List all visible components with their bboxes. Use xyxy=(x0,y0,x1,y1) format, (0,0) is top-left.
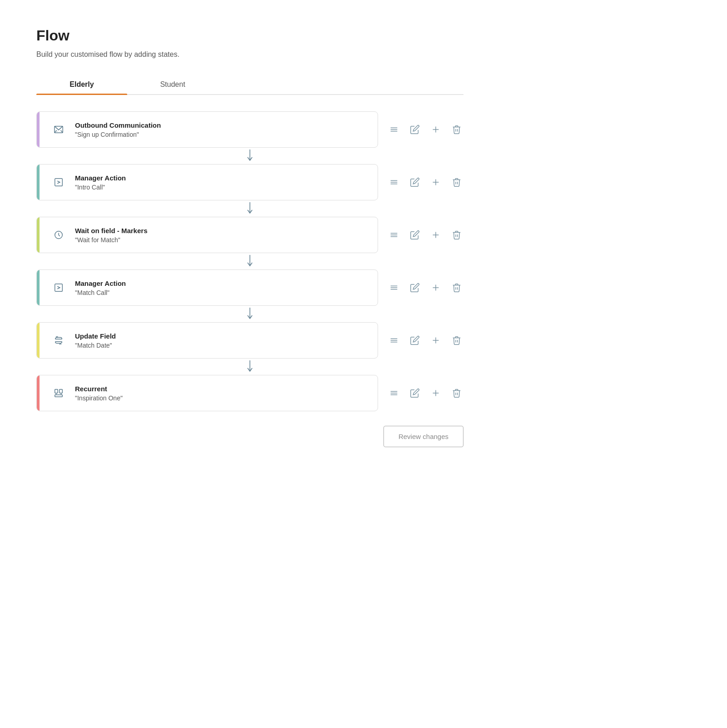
card-subtitle: "Inspiration One" xyxy=(75,394,123,402)
page-subtitle: Build your customised flow by adding sta… xyxy=(36,50,463,59)
flow-card-item-3: Wait on field - Markers "Wait for Match" xyxy=(36,217,378,253)
card-actions xyxy=(387,175,463,189)
reorder-button[interactable] xyxy=(387,175,401,189)
card-actions xyxy=(387,386,463,400)
card-subtitle: "Sign up Confirmation" xyxy=(75,131,161,138)
flow-item-row-item-6: Recurrent "Inspiration One" xyxy=(36,375,463,411)
card-content: Outbound Communication "Sign up Confirma… xyxy=(75,121,161,138)
arrow-connector-5 xyxy=(36,359,463,375)
svg-rect-43 xyxy=(55,395,63,397)
card-actions xyxy=(387,281,463,294)
reorder-button[interactable] xyxy=(387,386,401,400)
svg-rect-42 xyxy=(60,389,62,393)
delete-button[interactable] xyxy=(450,228,463,242)
add-button[interactable] xyxy=(429,334,443,347)
tab-student[interactable]: Student xyxy=(127,75,218,94)
card-content: Manager Action "Intro Call" xyxy=(75,174,126,191)
edit-button[interactable] xyxy=(408,175,422,189)
card-icon-action xyxy=(50,279,67,296)
add-button[interactable] xyxy=(429,281,443,294)
flow-card-item-1: Outbound Communication "Sign up Confirma… xyxy=(36,111,378,148)
card-icon-clock xyxy=(50,227,67,243)
add-button[interactable] xyxy=(429,228,443,242)
arrow-connector-3 xyxy=(36,253,463,269)
flow-item-row-item-5: Update Field "Match Date" xyxy=(36,322,463,359)
tab-bar: Elderly Student xyxy=(36,75,463,95)
card-title: Manager Action xyxy=(75,174,126,182)
card-left-bar xyxy=(37,323,40,358)
card-subtitle: "Match Date" xyxy=(75,342,116,349)
reorder-button[interactable] xyxy=(387,228,401,242)
arrow-connector-1 xyxy=(36,148,463,164)
svg-rect-41 xyxy=(55,389,58,393)
edit-button[interactable] xyxy=(408,228,422,242)
delete-button[interactable] xyxy=(450,281,463,294)
delete-button[interactable] xyxy=(450,386,463,400)
edit-button[interactable] xyxy=(408,386,422,400)
flow-list: Outbound Communication "Sign up Confirma… xyxy=(36,111,463,411)
arrow-connector-4 xyxy=(36,306,463,322)
card-icon-mail xyxy=(50,121,67,138)
flow-item-row-item-3: Wait on field - Markers "Wait for Match" xyxy=(36,217,463,253)
card-content: Recurrent "Inspiration One" xyxy=(75,385,123,402)
card-subtitle: "Wait for Match" xyxy=(75,236,147,244)
card-left-bar xyxy=(37,165,40,200)
card-title: Wait on field - Markers xyxy=(75,227,147,234)
card-title: Manager Action xyxy=(75,279,126,287)
flow-item-row-item-1: Outbound Communication "Sign up Confirma… xyxy=(36,111,463,148)
flow-card-item-6: Recurrent "Inspiration One" xyxy=(36,375,378,411)
card-content: Manager Action "Match Call" xyxy=(75,279,126,296)
flow-card-item-2: Manager Action "Intro Call" xyxy=(36,164,378,200)
arrow-connector-2 xyxy=(36,200,463,217)
add-button[interactable] xyxy=(429,123,443,136)
card-left-bar xyxy=(37,375,40,411)
svg-rect-8 xyxy=(55,179,63,186)
edit-button[interactable] xyxy=(408,334,422,347)
delete-button[interactable] xyxy=(450,175,463,189)
card-icon-update xyxy=(50,332,67,349)
card-title: Outbound Communication xyxy=(75,121,161,129)
card-subtitle: "Intro Call" xyxy=(75,184,126,191)
delete-button[interactable] xyxy=(450,123,463,136)
reorder-button[interactable] xyxy=(387,334,401,347)
tab-elderly[interactable]: Elderly xyxy=(36,75,127,94)
add-button[interactable] xyxy=(429,175,443,189)
card-left-bar xyxy=(37,112,40,147)
flow-card-item-5: Update Field "Match Date" xyxy=(36,322,378,359)
review-btn-row: Review changes xyxy=(36,426,463,447)
add-button[interactable] xyxy=(429,386,443,400)
card-actions xyxy=(387,334,463,347)
card-icon-recurrent xyxy=(50,385,67,401)
flow-card-item-4: Manager Action "Match Call" xyxy=(36,269,378,306)
card-left-bar xyxy=(37,270,40,305)
review-changes-button[interactable]: Review changes xyxy=(383,426,463,447)
card-icon-action xyxy=(50,174,67,190)
card-title: Update Field xyxy=(75,332,116,340)
card-subtitle: "Match Call" xyxy=(75,289,126,296)
svg-rect-22 xyxy=(55,284,63,292)
reorder-button[interactable] xyxy=(387,281,401,294)
edit-button[interactable] xyxy=(408,123,422,136)
page-title: Flow xyxy=(36,27,463,44)
card-actions xyxy=(387,123,463,136)
flow-item-row-item-2: Manager Action "Intro Call" xyxy=(36,164,463,200)
reorder-button[interactable] xyxy=(387,123,401,136)
card-title: Recurrent xyxy=(75,385,123,393)
edit-button[interactable] xyxy=(408,281,422,294)
card-actions xyxy=(387,228,463,242)
card-left-bar xyxy=(37,217,40,253)
card-content: Update Field "Match Date" xyxy=(75,332,116,349)
flow-item-row-item-4: Manager Action "Match Call" xyxy=(36,269,463,306)
card-content: Wait on field - Markers "Wait for Match" xyxy=(75,227,147,244)
delete-button[interactable] xyxy=(450,334,463,347)
